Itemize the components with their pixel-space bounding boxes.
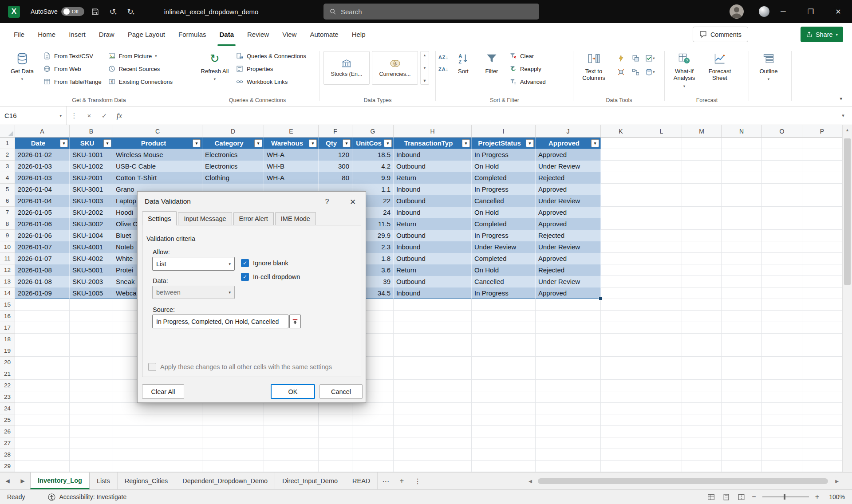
cell-N11[interactable] — [722, 253, 762, 264]
cell-J27[interactable] — [536, 437, 601, 449]
collapse-dialog-button[interactable] — [289, 315, 301, 328]
cell-I5[interactable]: In Progress — [472, 184, 536, 195]
cell-K14[interactable] — [601, 287, 641, 299]
cell-N21[interactable] — [722, 368, 762, 380]
cell-L14[interactable] — [641, 287, 682, 299]
cell-K27[interactable] — [601, 437, 641, 449]
filter-button-approved[interactable]: ▾ — [591, 139, 599, 147]
cell-B25[interactable] — [70, 414, 113, 426]
cell-P26[interactable] — [802, 426, 842, 437]
cell-P25[interactable] — [802, 414, 842, 426]
cell-I26[interactable] — [472, 426, 536, 437]
cell-A23[interactable] — [15, 391, 70, 403]
cell-H25[interactable] — [394, 414, 472, 426]
cell-N29[interactable] — [722, 461, 762, 472]
column-header-J[interactable]: J — [536, 125, 601, 138]
cell-H16[interactable] — [394, 311, 472, 322]
cell-K20[interactable] — [601, 357, 641, 368]
cell-L16[interactable] — [641, 311, 682, 322]
text-to-columns-button[interactable]: Text to Columns — [575, 48, 612, 83]
cell-N17[interactable] — [722, 322, 762, 334]
cell-J20[interactable] — [536, 357, 601, 368]
cell-J25[interactable] — [536, 414, 601, 426]
cell-P21[interactable] — [802, 368, 842, 380]
cell-O17[interactable] — [762, 322, 802, 334]
zoom-slider-knob[interactable] — [784, 494, 785, 500]
cell-K19[interactable] — [601, 345, 641, 357]
relationships-button[interactable] — [629, 66, 642, 78]
cell-F4[interactable]: 80 — [319, 172, 352, 184]
cell-L25[interactable] — [641, 414, 682, 426]
cell-J7[interactable]: Approved — [536, 207, 601, 218]
cell-M3[interactable] — [682, 161, 722, 172]
cell-L29[interactable] — [641, 461, 682, 472]
minimize-button[interactable]: ─ — [769, 0, 797, 23]
cell-O6[interactable] — [762, 195, 802, 207]
cell-K5[interactable] — [601, 184, 641, 195]
cell-E24[interactable] — [264, 403, 319, 414]
cell-N9[interactable] — [722, 230, 762, 241]
cell-K24[interactable] — [601, 403, 641, 414]
cell-H11[interactable]: Outbound — [394, 253, 472, 264]
cell-I27[interactable] — [472, 437, 536, 449]
row-header-6[interactable]: 6 — [0, 195, 15, 207]
cell-A9[interactable]: 2026-01-06 — [15, 230, 70, 241]
cell-K8[interactable] — [601, 218, 641, 230]
cell-J12[interactable]: Rejected — [536, 264, 601, 276]
cell-C2[interactable]: Wireless Mouse — [113, 149, 202, 161]
cell-A5[interactable]: 2026-01-04 — [15, 184, 70, 195]
cell-I7[interactable]: On Hold — [472, 207, 536, 218]
cell-P12[interactable] — [802, 264, 842, 276]
cell-P1[interactable] — [802, 138, 842, 149]
workbook-links-button[interactable]: Workbook Links — [233, 76, 309, 87]
cell-J13[interactable]: Under Review — [536, 276, 601, 287]
cell-I19[interactable] — [472, 345, 536, 357]
filter-button-unitcos[interactable]: ▾ — [384, 139, 392, 147]
cell-K2[interactable] — [601, 149, 641, 161]
cell-E2[interactable]: WH-A — [264, 149, 319, 161]
filter-button-warehous[interactable]: ▾ — [309, 139, 317, 147]
cell-O14[interactable] — [762, 287, 802, 299]
cell-L6[interactable] — [641, 195, 682, 207]
cell-E25[interactable] — [264, 414, 319, 426]
column-header-D[interactable]: D — [202, 125, 264, 138]
cell-H28[interactable] — [394, 449, 472, 461]
row-header-2[interactable]: 2 — [0, 149, 15, 161]
cell-A2[interactable]: 2026-01-02 — [15, 149, 70, 161]
zoom-in-button[interactable]: + — [815, 493, 819, 501]
row-header-12[interactable]: 12 — [0, 264, 15, 276]
tab-settings[interactable]: Settings — [142, 211, 177, 225]
vertical-scroll-thumb[interactable] — [844, 138, 851, 285]
restore-button[interactable]: ❐ — [797, 0, 824, 23]
column-header-O[interactable]: O — [762, 125, 802, 138]
cell-O28[interactable] — [762, 449, 802, 461]
confirm-entry-button[interactable]: ✓ — [97, 112, 112, 120]
cell-B13[interactable]: SKU-2003 — [70, 276, 113, 287]
cell-B9[interactable]: SKU-1004 — [70, 230, 113, 241]
recent-sources-button[interactable]: Recent Sources — [105, 63, 176, 75]
cell-P2[interactable] — [802, 149, 842, 161]
cell-J14[interactable]: Approved — [536, 287, 601, 299]
dialog-close-button[interactable]: ✕ — [347, 196, 359, 208]
cell-G24[interactable] — [352, 403, 394, 414]
cell-B18[interactable] — [70, 334, 113, 345]
cell-O16[interactable] — [762, 311, 802, 322]
cell-L13[interactable] — [641, 276, 682, 287]
cell-I1[interactable]: ProjectStatus▾ — [472, 138, 536, 149]
cell-I14[interactable]: In Progress — [472, 287, 536, 299]
cell-D2[interactable]: Electronics — [202, 149, 264, 161]
cell-O7[interactable] — [762, 207, 802, 218]
cell-J10[interactable]: Under Review — [536, 241, 601, 253]
cell-P11[interactable] — [802, 253, 842, 264]
tab-error-alert[interactable]: Error Alert — [233, 212, 274, 225]
cell-D27[interactable] — [202, 437, 264, 449]
cell-D4[interactable]: Clothing — [202, 172, 264, 184]
cell-A19[interactable] — [15, 345, 70, 357]
save-button[interactable] — [89, 5, 102, 18]
cell-P9[interactable] — [802, 230, 842, 241]
sheet-tab-inventory_log[interactable]: Inventory_Log — [30, 472, 90, 489]
close-button[interactable]: ✕ — [824, 0, 852, 23]
clear-all-button[interactable]: Clear All — [142, 384, 184, 399]
cancel-entry-button[interactable]: × — [82, 112, 97, 119]
collapse-ribbon-button[interactable]: ▾ — [840, 96, 842, 102]
